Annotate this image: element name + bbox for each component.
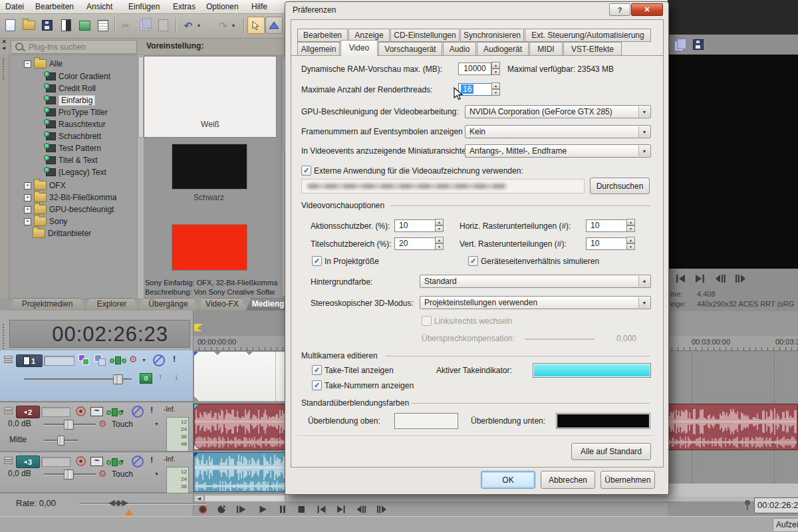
copy-snapshot-icon[interactable] [674, 41, 684, 51]
compositing-mode-icon[interactable]: α [140, 373, 152, 384]
scroll-left-icon[interactable]: ◀ [194, 495, 204, 502]
tree-item[interactable]: Titel & Text [46, 155, 98, 166]
normal-edit-tool-icon[interactable] [247, 17, 265, 34]
envelope-edit-tool-icon[interactable] [265, 17, 283, 34]
project-properties-icon[interactable] [94, 17, 112, 34]
threads-spinner[interactable]: ▲▼ [491, 82, 500, 95]
cut-icon[interactable]: ✂ [117, 17, 134, 34]
tab-vorschaugeraet[interactable]: Vorschaugerät [378, 42, 442, 56]
track-grip-icon[interactable] [4, 407, 13, 414]
play-from-start-button[interactable] [233, 503, 250, 515]
track-fx-icon[interactable] [110, 356, 126, 364]
track-motion-icon[interactable] [94, 354, 105, 365]
rate-scrub-icon[interactable]: ◀◆▶ [108, 497, 128, 507]
ram-spinner[interactable]: ▲▼ [491, 62, 500, 74]
tree-item[interactable]: Color Gradient [46, 71, 110, 82]
go-to-end-button[interactable] [332, 503, 350, 515]
pan-slider-thumb[interactable] [57, 436, 65, 446]
ok-button[interactable]: OK [481, 471, 535, 489]
tree-node-sony[interactable]: +Sony [24, 216, 67, 227]
take-indicator-swatch[interactable] [533, 363, 651, 378]
track-grip-icon[interactable] [4, 356, 13, 363]
collapse-icon[interactable]: − [24, 61, 31, 68]
tree-item[interactable]: Credit Roll [46, 83, 96, 94]
track-header-3[interactable]: ◂ 3 ~ ▼ ! -Inf. 12 24 36 0,0 dB ⚙ Touch … [0, 453, 193, 493]
ram-preview-input[interactable]: 10000 [458, 63, 491, 75]
stereo-mode-dropdown[interactable]: Projekteinstellungen verwenden▼ [420, 296, 651, 309]
take-number-checkbox[interactable]: ✓ [312, 380, 322, 390]
preview-previous-frame-button[interactable] [712, 272, 729, 285]
track-number-chip[interactable]: 1 [16, 354, 43, 367]
tab-vst-effekte[interactable]: VST-Effekte [563, 42, 622, 56]
make-child-icon[interactable]: ↓ [174, 373, 178, 381]
pushpin-icon[interactable] [743, 499, 751, 511]
timecode-display[interactable]: 00:02:26:23 [9, 320, 190, 348]
background-color-dropdown[interactable]: Standard▼ [420, 275, 651, 288]
compositing-gear-icon[interactable]: ⚙ [129, 354, 138, 364]
track-name-field[interactable] [44, 356, 74, 366]
arm-record-icon[interactable] [76, 456, 86, 466]
external-app-path-field[interactable] [301, 179, 585, 194]
tree-item[interactable]: (Legacy) Text [46, 167, 106, 178]
arm-record-icon[interactable] [76, 406, 86, 416]
tab-audiogeraet[interactable]: Audiogerät [477, 42, 529, 56]
vert-grid-input[interactable]: 10 [586, 237, 630, 250]
tab-midi[interactable]: MIDI [529, 42, 563, 56]
automation-dropdown-icon[interactable]: ▼ [154, 471, 159, 476]
tree-node-32bit[interactable]: +32-Bit-Fließkomma [24, 192, 116, 203]
help-button[interactable]: ? [609, 3, 630, 16]
title-safe-spinner[interactable]: ▲▼ [435, 237, 444, 249]
tab-allgemein[interactable]: Allgemein [297, 42, 340, 56]
tree-node-alle[interactable]: − Alle [24, 59, 63, 69]
solo-icon[interactable]: ! [173, 354, 176, 364]
bypass-motion-blur-icon[interactable] [78, 354, 89, 365]
preview-go-to-start-button[interactable] [672, 272, 689, 285]
secondary-timecode[interactable]: 00:02:26:2 [754, 497, 798, 513]
scrollbar-thumb[interactable] [138, 57, 144, 138]
drag-handle-icon[interactable] [3, 59, 7, 80]
volume-slider-thumb[interactable] [64, 420, 74, 430]
timeline-marker-icon[interactable] [194, 324, 203, 331]
menu-hilfe[interactable]: Hilfe [251, 2, 267, 11]
thumbnails-dropdown[interactable]: Anfangs-, Mittel-, Endframe▼ [465, 144, 651, 158]
go-to-start-button[interactable] [313, 503, 330, 515]
stop-button[interactable] [293, 503, 310, 515]
make-parent-icon[interactable]: ↑ [158, 373, 162, 381]
menu-extras[interactable]: Extras [173, 2, 196, 11]
tab-cd-einstellungen[interactable]: CD-Einstellungen [390, 29, 460, 42]
previous-frame-button[interactable] [352, 503, 370, 515]
track-name-field[interactable] [41, 457, 70, 467]
cancel-button[interactable]: Abbrechen [541, 471, 595, 489]
save-project-icon[interactable] [39, 17, 56, 34]
menu-ansicht[interactable]: Ansicht [86, 2, 112, 11]
vert-grid-spinner[interactable]: ▲▼ [626, 237, 635, 249]
track-number-chip[interactable]: ◂ 3 [16, 456, 40, 468]
tab-uebergaenge[interactable]: Übergänge [138, 298, 198, 311]
expand-icon[interactable]: + [24, 182, 31, 190]
menu-einfuegen[interactable]: Einfügen [128, 2, 160, 11]
expand-icon[interactable]: + [24, 194, 31, 201]
automation-dropdown-icon[interactable]: ▼ [154, 422, 159, 426]
preview-next-frame-button[interactable] [733, 272, 750, 285]
external-app-checkbox[interactable]: ✓ [301, 166, 311, 176]
tab-synchronisieren[interactable]: Synchronisieren [460, 29, 524, 42]
tab-video-fx[interactable]: Video-FX [198, 298, 246, 311]
panel-collapse-icon[interactable]: ◂ [2, 44, 5, 51]
phase-icon[interactable]: ~ [90, 407, 103, 416]
project-size-checkbox[interactable]: ✓ [312, 256, 322, 266]
tab-projektmedien[interactable]: Projektmedien [9, 298, 85, 311]
action-safe-input[interactable]: 10 [394, 219, 438, 232]
redo-dropdown-icon[interactable]: ▼ [229, 17, 238, 34]
tree-item[interactable]: Schachbrett [46, 131, 101, 142]
automation-gear-icon[interactable]: ⚙ [98, 419, 107, 428]
tree-node-gpu[interactable]: +GPU-beschleunigt [24, 204, 114, 215]
fx-dropdown-icon[interactable]: ▼ [120, 459, 124, 464]
tree-item[interactable]: Test Pattern [46, 143, 101, 154]
tree-item-selected[interactable]: Einfarbig [46, 95, 95, 106]
apply-button[interactable]: Übernehmen [600, 471, 655, 489]
drag-handle-icon[interactable] [3, 324, 7, 349]
preset-rot[interactable] [172, 224, 247, 271]
tab-video[interactable]: Video [340, 40, 378, 56]
loop-playback-button[interactable] [213, 503, 230, 515]
expand-icon[interactable]: + [24, 206, 31, 213]
